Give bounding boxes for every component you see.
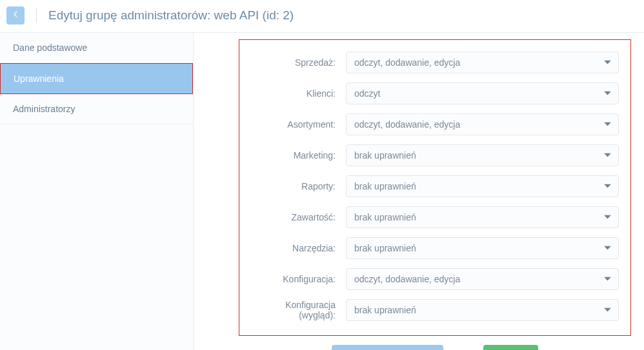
clients-select[interactable]: odczyt	[346, 83, 619, 104]
select-wrap: brak uprawnień	[346, 237, 619, 259]
back-button[interactable]	[6, 6, 25, 24]
page-title: Edytuj grupę administratorów: web API (i…	[48, 8, 294, 23]
configuration-select[interactable]: odczyt, dodawanie, edycja	[346, 268, 619, 290]
form-label: Narzędzia:	[251, 243, 346, 253]
form-label: Asortyment:	[251, 119, 346, 130]
form-row-sales: Sprzedaż: odczyt, dodawanie, edycja	[251, 52, 619, 73]
form-label: Konfiguracja:	[251, 274, 346, 284]
sidebar-item-administrators[interactable]: Administratorzy	[0, 94, 193, 124]
body: Dane podstawowe Uprawnienia Administrato…	[0, 33, 644, 350]
page-header: Edytuj grupę administratorów: web API (i…	[0, 0, 644, 33]
select-wrap: odczyt, dodawanie, edycja	[346, 113, 619, 135]
sidebar: Dane podstawowe Uprawnienia Administrato…	[0, 33, 194, 350]
arrow-left-icon	[11, 10, 20, 21]
select-wrap: odczyt, dodawanie, edycja	[346, 52, 619, 73]
form-row-content: Zawartość: brak uprawnień	[251, 206, 619, 228]
permissions-form-panel: Sprzedaż: odczyt, dodawanie, edycja Klie…	[239, 39, 631, 336]
form-label: Marketing:	[251, 150, 346, 160]
marketing-select[interactable]: brak uprawnień	[346, 144, 619, 166]
select-wrap: brak uprawnień	[346, 175, 619, 197]
action-bar: Zapisz i wróć do listy lub Zapisz	[239, 345, 631, 350]
select-wrap: odczyt	[346, 83, 619, 104]
sidebar-item-label: Dane podstawowe	[13, 43, 87, 53]
assortment-select[interactable]: odczyt, dodawanie, edycja	[346, 113, 619, 135]
sidebar-item-permissions[interactable]: Uprawnienia	[0, 63, 193, 94]
form-label: Klienci:	[251, 88, 346, 99]
form-row-clients: Klienci: odczyt	[251, 83, 619, 104]
header-divider	[36, 8, 37, 23]
form-row-configuration: Konfiguracja: odczyt, dodawanie, edycja	[251, 268, 619, 290]
save-and-return-button[interactable]: Zapisz i wróć do listy	[332, 345, 443, 350]
select-wrap: brak uprawnień	[346, 299, 619, 321]
form-label: Zawartość:	[251, 212, 346, 222]
select-wrap: brak uprawnień	[346, 206, 619, 228]
form-row-config-appearance: Konfiguracja (wygląd): brak uprawnień	[251, 299, 619, 321]
config-appearance-select[interactable]: brak uprawnień	[346, 299, 619, 321]
form-label: Raporty:	[251, 181, 346, 191]
select-wrap: brak uprawnień	[346, 144, 619, 166]
content: Sprzedaż: odczyt, dodawanie, edycja Klie…	[194, 33, 644, 350]
content-select[interactable]: brak uprawnień	[346, 206, 619, 228]
sidebar-item-basic[interactable]: Dane podstawowe	[0, 33, 193, 63]
save-button[interactable]: Zapisz	[483, 345, 538, 350]
form-row-marketing: Marketing: brak uprawnień	[251, 144, 619, 166]
reports-select[interactable]: brak uprawnień	[346, 175, 619, 197]
form-label: Konfiguracja (wygląd):	[251, 300, 346, 320]
sales-select[interactable]: odczyt, dodawanie, edycja	[346, 52, 619, 73]
tools-select[interactable]: brak uprawnień	[346, 237, 619, 259]
sidebar-item-label: Uprawnienia	[14, 73, 64, 84]
sidebar-item-label: Administratorzy	[13, 104, 75, 114]
form-label: Sprzedaż:	[251, 57, 346, 68]
form-row-tools: Narzędzia: brak uprawnień	[251, 237, 619, 259]
select-wrap: odczyt, dodawanie, edycja	[346, 268, 619, 290]
form-row-reports: Raporty: brak uprawnień	[251, 175, 619, 197]
form-row-assortment: Asortyment: odczyt, dodawanie, edycja	[251, 113, 619, 135]
